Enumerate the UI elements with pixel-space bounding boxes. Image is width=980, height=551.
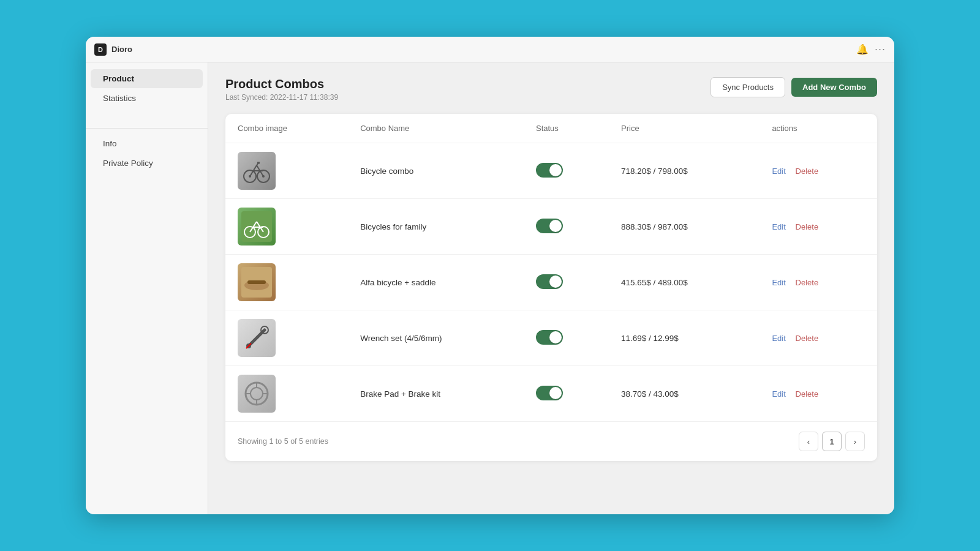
- sidebar-item-statistics[interactable]: Statistics: [91, 89, 203, 108]
- table-footer: Showing 1 to 5 of 5 entries ‹ 1 ›: [225, 421, 877, 461]
- title-bar: D Dioro 🔔 ···: [86, 37, 894, 62]
- combo-price-cell: 11.69$ / 12.99$: [609, 310, 760, 366]
- col-header-price: Price: [609, 114, 760, 143]
- combo-image-cell: [225, 310, 348, 366]
- edit-button-4[interactable]: Edit: [772, 334, 785, 343]
- combo-image-cell: [225, 366, 348, 422]
- status-toggle-1[interactable]: [536, 163, 563, 178]
- combo-name-cell: Bicycles for family: [348, 199, 524, 255]
- combo-actions-cell: Edit Delete: [760, 143, 877, 199]
- page-header-text: Product Combos Last Synced: 2022-11-17 1…: [225, 77, 338, 102]
- edit-button-5[interactable]: Edit: [772, 389, 785, 399]
- combo-status-cell: [524, 310, 609, 366]
- combos-table: Combo image Combo Name Status Price acti…: [225, 114, 877, 421]
- combo-status-cell: [524, 366, 609, 422]
- combo-status-cell: [524, 199, 609, 255]
- combo-status-cell: [524, 255, 609, 310]
- edit-button-1[interactable]: Edit: [772, 167, 785, 176]
- content-area: Product Combos Last Synced: 2022-11-17 1…: [208, 62, 894, 514]
- delete-button-3[interactable]: Delete: [796, 278, 819, 287]
- combo-actions-cell: Edit Delete: [760, 199, 877, 255]
- combo-actions-cell: Edit Delete: [760, 255, 877, 310]
- app-title: Dioro: [111, 45, 132, 54]
- more-options-icon[interactable]: ···: [875, 43, 886, 56]
- col-header-name: Combo Name: [348, 114, 524, 143]
- combo-actions-cell: Edit Delete: [760, 366, 877, 422]
- table-row: Bicycles for family888.30$ / 987.00$ Edi…: [225, 199, 877, 255]
- page-header: Product Combos Last Synced: 2022-11-17 1…: [225, 77, 877, 102]
- table-row: Bicycle combo718.20$ / 798.00$ Edit Dele…: [225, 143, 877, 199]
- add-new-combo-button[interactable]: Add New Combo: [791, 78, 877, 97]
- col-header-status: Status: [524, 114, 609, 143]
- combo-name-cell: Wrench set (4/5/6mm): [348, 310, 524, 366]
- combo-image-1: [238, 152, 276, 190]
- table-header-row: Combo image Combo Name Status Price acti…: [225, 114, 877, 143]
- combo-price-cell: 38.70$ / 43.00$: [609, 366, 760, 422]
- status-toggle-4[interactable]: [536, 330, 563, 345]
- combo-price-cell: 718.20$ / 798.00$: [609, 143, 760, 199]
- sidebar-item-info[interactable]: Info: [91, 134, 203, 153]
- sidebar-secondary-section: Info Private Policy: [86, 133, 208, 173]
- combo-name-cell: Brake Pad + Brake kit: [348, 366, 524, 422]
- status-toggle-3[interactable]: [536, 274, 563, 289]
- prev-page-button[interactable]: ‹: [799, 432, 818, 451]
- header-actions: Sync Products Add New Combo: [710, 77, 877, 97]
- svg-point-23: [251, 388, 263, 400]
- sidebar-main-section: Product Statistics: [86, 69, 208, 108]
- combo-image-cell: [225, 199, 348, 255]
- table-row: Alfa bicycle + saddle415.65$ / 489.00$ E…: [225, 255, 877, 310]
- table-row: Wrench set (4/5/6mm)11.69$ / 12.99$ Edit…: [225, 310, 877, 366]
- combo-name-cell: Alfa bicycle + saddle: [348, 255, 524, 310]
- col-header-image: Combo image: [225, 114, 348, 143]
- status-toggle-5[interactable]: [536, 386, 563, 400]
- delete-button-2[interactable]: Delete: [796, 222, 819, 231]
- sync-products-button[interactable]: Sync Products: [710, 77, 785, 97]
- combo-image-3: [238, 263, 276, 301]
- combo-name-cell: Bicycle combo: [348, 143, 524, 199]
- edit-button-3[interactable]: Edit: [772, 278, 785, 287]
- sidebar-item-privacy[interactable]: Private Policy: [91, 154, 203, 173]
- page-1-button[interactable]: 1: [822, 432, 842, 451]
- app-window: D Dioro 🔔 ··· Product Statistics Inf: [86, 37, 894, 514]
- sidebar-divider: [86, 128, 208, 129]
- combo-actions-cell: Edit Delete: [760, 310, 877, 366]
- table-container: Combo image Combo Name Status Price acti…: [225, 114, 877, 461]
- pagination: ‹ 1 ›: [799, 432, 865, 451]
- delete-button-5[interactable]: Delete: [796, 389, 819, 399]
- page-title: Product Combos: [225, 77, 338, 91]
- showing-text: Showing 1 to 5 of 5 entries: [238, 437, 328, 446]
- title-bar-right: 🔔 ···: [856, 43, 886, 56]
- last-synced-text: Last Synced: 2022-11-17 11:38:39: [225, 93, 338, 102]
- combo-price-cell: 888.30$ / 987.00$: [609, 199, 760, 255]
- combo-image-cell: [225, 143, 348, 199]
- combo-status-cell: [524, 143, 609, 199]
- delete-button-4[interactable]: Delete: [796, 334, 819, 343]
- combo-price-cell: 415.65$ / 489.00$: [609, 255, 760, 310]
- col-header-actions: actions: [760, 114, 877, 143]
- combo-image-2: [238, 208, 276, 246]
- combo-image-5: [238, 375, 276, 413]
- sidebar-item-product[interactable]: Product: [91, 69, 203, 88]
- status-toggle-2[interactable]: [536, 219, 563, 233]
- combo-image-cell: [225, 255, 348, 310]
- svg-rect-17: [247, 280, 266, 284]
- notification-icon[interactable]: 🔔: [856, 43, 869, 55]
- table-row: Brake Pad + Brake kit38.70$ / 43.00$ Edi…: [225, 366, 877, 422]
- edit-button-2[interactable]: Edit: [772, 222, 785, 231]
- next-page-button[interactable]: ›: [845, 432, 865, 451]
- sidebar: Product Statistics Info Private Policy: [86, 62, 208, 514]
- delete-button-1[interactable]: Delete: [796, 167, 819, 176]
- app-logo: D: [94, 43, 107, 56]
- combo-image-4: [238, 319, 276, 357]
- title-bar-left: D Dioro: [94, 43, 132, 56]
- main-content: Product Statistics Info Private Policy: [86, 62, 894, 514]
